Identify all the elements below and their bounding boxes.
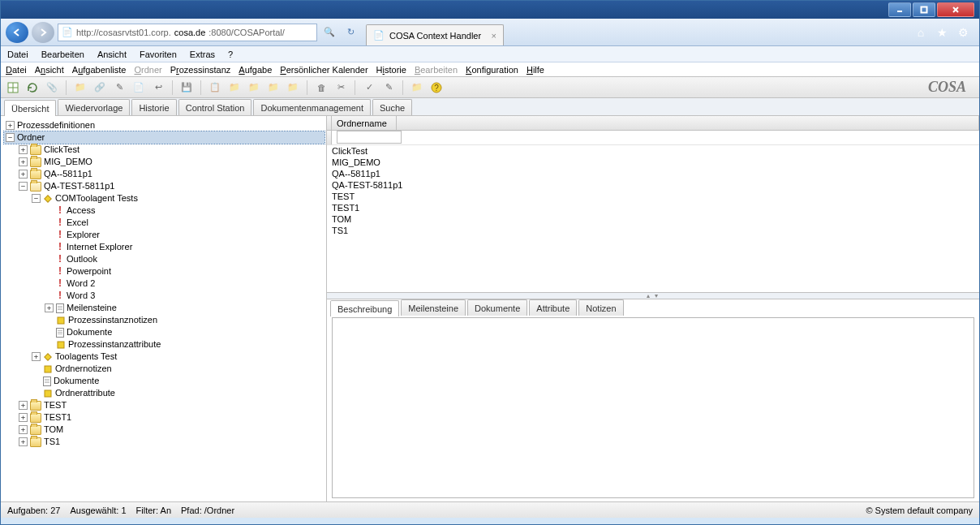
grid-filter-input[interactable] [337, 131, 402, 144]
table-row[interactable]: TEST1 [327, 202, 979, 213]
home-icon[interactable]: ⌂ [914, 26, 927, 39]
tb-refresh-icon[interactable] [25, 80, 40, 95]
browser-tab[interactable]: 📄 COSA Context Handler × [366, 24, 504, 45]
detail-tab-notizen[interactable]: Notizen [578, 299, 623, 316]
tree-com-child[interactable]: !Powerpoint [43, 265, 325, 278]
app-menu-ansicht[interactable]: Ansicht [35, 65, 64, 75]
tb-icon-12[interactable]: 📁 [247, 80, 261, 95]
expand-icon[interactable]: + [19, 145, 28, 154]
table-row[interactable]: QA--5811p1 [327, 168, 979, 179]
tree-folder-clicktest[interactable]: +ClickTest [17, 144, 325, 156]
tb-attach-icon[interactable]: 📎 [45, 80, 59, 95]
tree-com-child[interactable]: !Internet Explorer [43, 241, 325, 253]
expand-icon[interactable]: + [19, 157, 28, 166]
tree-folder-migdemo[interactable]: +MIG_DEMO [17, 156, 325, 168]
collapse-icon[interactable]: − [19, 182, 28, 191]
detail-tab-attribute[interactable]: Attribute [529, 299, 577, 316]
app-menu-ordner[interactable]: Ordner [134, 65, 161, 75]
app-menu-bearbeiten[interactable]: Bearbeiten [415, 65, 458, 75]
tb-icon-19[interactable]: 📁 [410, 80, 424, 95]
grid-body[interactable]: ClickTestMIG_DEMOQA--5811p1QA-TEST-5811p… [327, 145, 979, 292]
tab-dokumentenmanagement[interactable]: Dokumentenmanagement [253, 99, 371, 115]
tab-historie[interactable]: Historie [131, 99, 176, 115]
app-menu-prozessinstanz[interactable]: Prozessinstanz [170, 65, 231, 75]
ie-menu-help[interactable]: ? [228, 49, 233, 59]
ie-menu-favoriten[interactable]: Favoriten [140, 49, 177, 59]
tree-com-child[interactable]: !Word 2 [43, 278, 325, 290]
table-row[interactable]: TS1 [327, 225, 979, 236]
refresh-button[interactable]: ↻ [342, 24, 359, 41]
tree-comtoolagent-tests[interactable]: −COMToolagent Tests [30, 192, 325, 204]
app-menu-konfiguration[interactable]: Konfiguration [466, 65, 518, 75]
tools-icon[interactable]: ⚙ [956, 26, 969, 39]
tree-com-child[interactable]: !Excel [43, 217, 325, 229]
nav-back-button[interactable] [6, 22, 28, 43]
tree-folder-test[interactable]: +TEST [17, 399, 325, 411]
tb-icon-5[interactable]: 🔗 [92, 80, 107, 95]
app-menu-historie[interactable]: Historie [376, 65, 406, 75]
search-button[interactable]: 🔍 [320, 24, 338, 41]
tb-icon-17[interactable]: ✓ [362, 80, 376, 95]
tab-suche[interactable]: Suche [372, 99, 412, 115]
grid-column-ordnername[interactable]: Ordnername [332, 116, 397, 130]
tab-control-station[interactable]: Control Station [178, 99, 252, 115]
tab-close-button[interactable]: × [492, 31, 496, 41]
tb-copy-icon[interactable]: 📋 [208, 80, 222, 95]
tree-prozessinstanzattribute[interactable]: Prozessinstanzattribute [43, 338, 325, 351]
app-menu-datei[interactable]: Datei [6, 65, 27, 75]
app-menu-hilfe[interactable]: Hilfe [527, 65, 544, 75]
expand-icon[interactable]: + [19, 413, 28, 422]
expand-icon[interactable]: + [19, 401, 28, 410]
tree-com-child[interactable]: !Word 3 [43, 290, 325, 302]
tree-prozessdefinitionen[interactable]: +Prozessdefinitionen [4, 119, 325, 131]
tb-icon-8[interactable]: ↩ [151, 80, 165, 95]
tb-icon-13[interactable]: 📁 [266, 80, 281, 95]
tb-save-icon[interactable]: 💾 [179, 80, 194, 95]
detail-tab-dokumente[interactable]: Dokumente [467, 299, 527, 316]
tree-dokumente-1[interactable]: Dokumente [43, 326, 325, 338]
app-menu-aufgabenliste[interactable]: Aufgabenliste [72, 65, 127, 75]
tb-icon-18[interactable]: ✎ [381, 80, 396, 95]
tree-folder-test1[interactable]: +TEST1 [17, 411, 325, 424]
splitter-horizontal[interactable]: ▴ ▾ [327, 293, 979, 299]
window-minimize-button[interactable] [888, 2, 911, 17]
app-menu-aufgabe[interactable]: Aufgabe [239, 65, 272, 75]
address-bar[interactable]: 📄 http://cosasrvtst01.corp.cosa.de:8080/… [58, 24, 317, 41]
expand-icon[interactable]: + [45, 303, 54, 312]
table-row[interactable]: TOM [327, 213, 979, 225]
tb-icon-14[interactable]: 📁 [286, 80, 300, 95]
expand-icon[interactable]: + [32, 352, 41, 361]
expand-icon[interactable]: + [6, 121, 15, 130]
tree-folder-qatest5811p1[interactable]: −QA-TEST-5811p1 [17, 180, 325, 192]
tb-help-icon[interactable]: ? [429, 80, 444, 95]
tb-cut-icon[interactable]: ✂ [333, 80, 348, 95]
tab-uebersicht[interactable]: Übersicht [4, 100, 56, 116]
tree-com-child[interactable]: !Explorer [43, 229, 325, 241]
tab-wiedervorlage[interactable]: Wiedervorlage [58, 99, 130, 115]
tb-icon-1[interactable] [6, 80, 20, 95]
nav-forward-button[interactable] [32, 22, 54, 43]
tb-icon-7[interactable]: 📄 [131, 80, 146, 95]
detail-tab-meilensteine[interactable]: Meilensteine [401, 299, 466, 316]
expand-icon[interactable]: + [19, 425, 28, 434]
tree-prozessinstanznotizen[interactable]: Prozessinstanznotizen [43, 314, 325, 326]
favorites-icon[interactable]: ★ [935, 26, 948, 39]
grid-column-rest[interactable] [397, 116, 979, 130]
tree-folder-ts1[interactable]: +TS1 [17, 436, 325, 448]
ie-menu-extras[interactable]: Extras [190, 49, 215, 59]
expand-icon[interactable]: + [19, 170, 28, 179]
window-close-button[interactable] [937, 2, 974, 17]
table-row[interactable]: MIG_DEMO [327, 157, 979, 168]
tree-ordner[interactable]: −Ordner [4, 131, 325, 144]
collapse-icon[interactable]: − [6, 133, 15, 142]
ie-menu-ansicht[interactable]: Ansicht [97, 49, 127, 59]
tree-toolagents-test[interactable]: +Toolagents Test [30, 351, 325, 363]
tree-meilensteine[interactable]: +Meilensteine [43, 302, 325, 314]
tb-delete-icon[interactable]: 🗑 [314, 80, 329, 95]
expand-icon[interactable]: + [19, 437, 28, 446]
tree-com-child[interactable]: !Outlook [43, 253, 325, 265]
table-row[interactable]: QA-TEST-5811p1 [327, 179, 979, 191]
tree-folder-tom[interactable]: +TOM [17, 424, 325, 436]
tb-icon-4[interactable]: 📁 [73, 80, 88, 95]
ie-menu-bearbeiten[interactable]: Bearbeiten [41, 49, 84, 59]
